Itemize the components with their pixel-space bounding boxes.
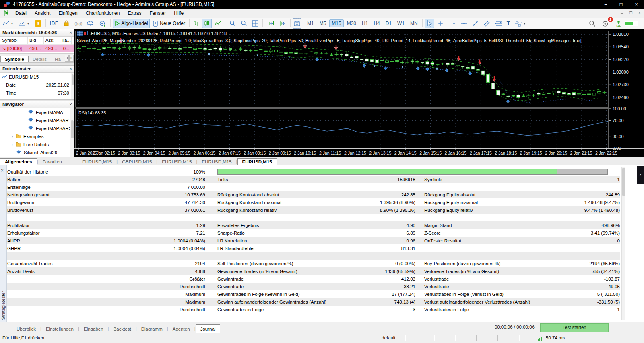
tester-tab-eingaben[interactable]: Eingaben — [79, 325, 108, 333]
data-window-scrollbar[interactable] — [72, 74, 74, 85]
tester-close-icon[interactable]: × — [1, 169, 4, 173]
crosshair-tool-button[interactable] — [435, 19, 446, 28]
timeframe-m1[interactable]: M1 — [305, 19, 316, 27]
stat-label: Erholungsfaktor — [7, 231, 121, 236]
chevron-right-icon[interactable]: › — [12, 134, 16, 139]
scroll-left-icon[interactable]: ◂ — [65, 55, 69, 62]
broadcast-button[interactable]: ((o)) — [72, 19, 84, 28]
navigator-scrollbar[interactable] — [71, 120, 74, 138]
market-watch-close-icon[interactable]: × — [69, 30, 72, 35]
text-tool-button[interactable]: T — [505, 19, 512, 28]
navigator-tab-allgemeines[interactable]: Allgemeines — [0, 158, 37, 165]
start-test-button[interactable]: Test starten — [540, 323, 609, 332]
hline-tool-button[interactable] — [459, 19, 469, 28]
candle-body — [93, 48, 96, 48]
mt5-candles-icon — [3, 10, 9, 17]
chart-tab-0-eurusd-m15[interactable]: EURUSD,M15 — [78, 159, 116, 165]
market-watch-tab-details[interactable]: Details — [29, 56, 51, 62]
timeframe-h4[interactable]: H4 — [371, 19, 382, 27]
close-button[interactable]: × — [629, 0, 644, 9]
timeframe-m30[interactable]: M30 — [345, 19, 359, 27]
minimize-button[interactable]: – — [598, 0, 613, 9]
notifications-button[interactable]: 1 — [600, 19, 611, 28]
mdi-restore-button[interactable]: ❐ — [626, 9, 635, 17]
market-watch-row-dji30[interactable]: ↘ [DJI30]493...493...-0.... — [0, 45, 74, 52]
tester-tab-backtest[interactable]: Backtest — [109, 325, 136, 333]
navigator-close-icon[interactable]: × — [69, 102, 72, 107]
tile-windows-button[interactable] — [250, 19, 260, 28]
profiles-button[interactable]: ▼ — [17, 19, 32, 28]
menu-item-datei[interactable]: Datei — [11, 9, 31, 18]
channel-tool-button[interactable] — [481, 19, 492, 28]
shapes-tool-button[interactable]: ▼ — [513, 19, 528, 28]
data-window-close-icon[interactable]: × — [69, 66, 72, 72]
timeframe-w1[interactable]: W1 — [395, 19, 407, 27]
navigator-item-free-robots[interactable]: ›Free Robots — [0, 141, 74, 149]
signals-button[interactable] — [97, 19, 108, 28]
navigator-item-expertmama[interactable]: ExpertMAMA — [0, 108, 74, 116]
mdi-minimize-button[interactable]: – — [617, 9, 626, 17]
navigator-tab-favoriten[interactable]: Favoriten — [38, 159, 66, 165]
tester-tab-agenten[interactable]: Agenten — [168, 325, 194, 333]
panel-collapse-button[interactable]: ‹ — [637, 166, 644, 184]
bar-chart-mode-button[interactable] — [192, 19, 201, 28]
chart-shift-button[interactable] — [277, 19, 288, 28]
tester-tab-einstellungen[interactable]: Einstellungen — [41, 325, 78, 333]
tester-scrollbar[interactable] — [621, 167, 625, 320]
timeframe-m5[interactable]: M5 — [317, 19, 329, 27]
navigator-item-silvioseabest26[interactable]: SilviosEAbest26 — [0, 149, 74, 157]
timeframe-d1[interactable]: D1 — [383, 19, 394, 27]
chart-tab-3-eurusd-m15[interactable]: EURUSD,M15 — [197, 159, 236, 165]
menu-item-fenster[interactable]: Fenster — [146, 9, 170, 18]
menu-item-chartfunktionen[interactable]: Chartfunktionen — [82, 9, 124, 18]
chart-tab-4-eurusd-m15[interactable]: EURUSD,M15 — [237, 158, 277, 165]
trendline-tool-button[interactable] — [470, 19, 481, 28]
algo-trading-button[interactable]: Algo-Handel — [113, 19, 150, 28]
chart-type-button[interactable]: ▼ — [0, 19, 16, 28]
tester-tab-berblick[interactable]: Überblick — [12, 325, 40, 333]
search-button[interactable] — [587, 19, 598, 28]
auto-scroll-button[interactable] — [265, 19, 276, 28]
chevron-right-icon[interactable]: › — [12, 143, 16, 147]
mdi-close-button[interactable]: × — [635, 9, 644, 17]
screenshot-button[interactable] — [293, 18, 301, 29]
chart-tab-2-eurusd-m15[interactable]: EURUSD,M15 — [157, 159, 196, 165]
scroll-right-icon[interactable]: ▸ — [69, 55, 74, 62]
menu-item-einf-gen[interactable]: Einfügen — [54, 9, 81, 18]
stat-value: 1439 (65.59%) — [330, 269, 415, 274]
timeframe-m15[interactable]: M15 — [329, 19, 343, 27]
crosshair-icon — [437, 20, 444, 27]
menu-item-hilfe[interactable]: Hilfe — [170, 9, 188, 18]
stat-label: Verlorene Trades (in % von Gesamt) — [424, 269, 539, 274]
candle-body — [229, 48, 232, 50]
navigator-item-expertmapsar[interactable]: ExpertMAPSAR — [0, 116, 74, 124]
tester-tab-diagramm[interactable]: Diagramm — [137, 325, 167, 333]
chart-area[interactable]: 1.038101.035401.032701.030001.027301.024… — [74, 29, 644, 157]
play-icon — [115, 21, 120, 26]
new-order-button[interactable]: Neue Order — [151, 19, 187, 28]
tester-tab-journal[interactable]: Journal — [196, 324, 221, 333]
fibonacci-tool-button[interactable] — [493, 19, 504, 28]
market-watch-tab-symbole[interactable]: Symbole — [0, 56, 29, 62]
cursor-tool-button[interactable] — [425, 19, 434, 28]
community-button[interactable] — [85, 19, 96, 28]
lvl-button[interactable]: LVL — [614, 19, 623, 28]
timeframe-mn[interactable]: MN — [408, 19, 420, 27]
timeframe-h1[interactable]: H1 — [359, 19, 370, 27]
vline-tool-button[interactable] — [450, 19, 458, 28]
menu-item-ansicht[interactable]: Ansicht — [31, 9, 54, 18]
payments-button[interactable]: $ — [33, 19, 43, 28]
ide-button[interactable]: IDE — [48, 19, 61, 28]
market-watch-tab-ha[interactable]: Ha — [51, 56, 65, 62]
zoom-in-button[interactable] — [227, 19, 238, 28]
line-chart-mode-button[interactable] — [213, 19, 223, 28]
candle-chart-mode-button[interactable] — [202, 19, 212, 28]
menu-item-extras[interactable]: Extras — [124, 9, 145, 18]
navigator-item-examples[interactable]: ›Examples — [0, 132, 74, 141]
maximize-button[interactable]: □ — [613, 0, 629, 9]
status-profile[interactable]: default — [382, 335, 396, 340]
chart-tab-1-gbpusd-m15[interactable]: GBPUSD,M15 — [118, 159, 156, 165]
zoom-out-button[interactable] — [239, 19, 249, 28]
navigator-item-expertmapsars[interactable]: ExpertMAPSARS — [0, 124, 74, 132]
market-button[interactable] — [61, 19, 72, 28]
